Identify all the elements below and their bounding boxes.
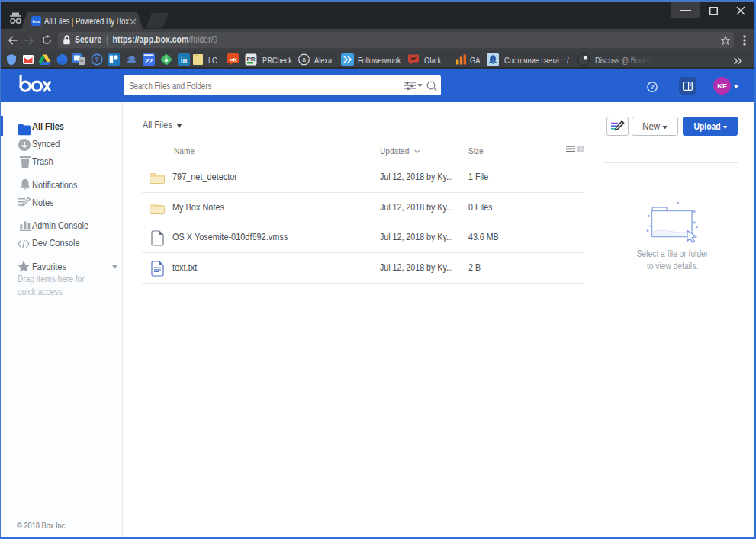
svg-text:22: 22 <box>145 57 153 65</box>
svg-text:box: box <box>33 19 41 24</box>
svg-text:in: in <box>181 56 188 64</box>
svg-text:?: ? <box>650 83 654 91</box>
svg-text:a: a <box>302 56 306 63</box>
svg-text:?: ? <box>95 56 99 63</box>
svg-text:»K: »K <box>230 56 237 63</box>
svg-text:PR: PR <box>246 56 255 63</box>
